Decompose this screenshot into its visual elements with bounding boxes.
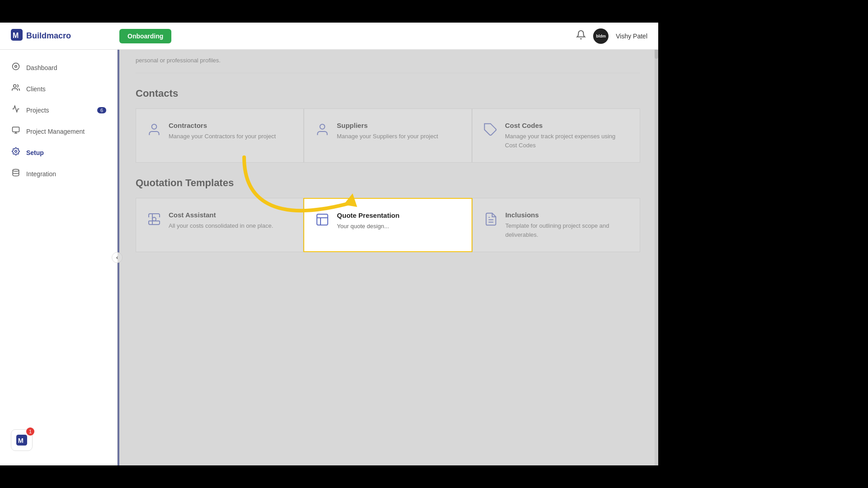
sidebar-label-projects: Projects: [26, 107, 49, 114]
contacts-section-title: Contacts: [136, 88, 640, 99]
sidebar-label-integration: Integration: [26, 170, 56, 178]
cost-codes-card[interactable]: Cost Codes Manage your track project exp…: [472, 108, 640, 163]
suppliers-card[interactable]: Suppliers Manage your Suppliers for your…: [304, 108, 472, 163]
scrollbar[interactable]: [655, 50, 658, 465]
projects-icon: [11, 105, 21, 115]
quote-presentation-title: Quote Presentation: [337, 211, 399, 219]
svg-point-9: [13, 169, 19, 172]
suppliers-desc: Manage your Suppliers for your project: [337, 132, 438, 141]
user-name: Vishy Patel: [616, 33, 647, 40]
cost-codes-desc: Manage your track project expenses using…: [505, 132, 629, 150]
svg-text:M: M: [13, 32, 19, 39]
projects-badge: 6: [97, 107, 106, 113]
notification-badge: 1: [26, 427, 34, 436]
setup-icon: [11, 147, 21, 158]
header: M Buildmacro Onboarding bldm Vishy Patel: [0, 23, 658, 50]
svg-point-3: [15, 66, 17, 68]
suppliers-title: Suppliers: [337, 122, 438, 129]
svg-point-12: [152, 124, 157, 129]
suppliers-content: Suppliers Manage your Suppliers for your…: [337, 122, 438, 141]
scrollbar-thumb[interactable]: [655, 50, 658, 59]
sidebar-item-project-management[interactable]: Project Management: [0, 121, 117, 142]
header-right: bldm Vishy Patel: [576, 28, 647, 44]
sidebar-item-setup[interactable]: Setup: [0, 142, 117, 163]
logo-text: Buildmacro: [26, 31, 71, 41]
onboarding-button[interactable]: Onboarding: [119, 29, 171, 43]
logo-area: M Buildmacro: [11, 29, 110, 43]
logo-icon: M: [11, 29, 23, 43]
sidebar-bottom: M 1: [0, 422, 117, 458]
svg-point-8: [15, 150, 17, 153]
cost-codes-content: Cost Codes Manage your track project exp…: [505, 122, 629, 150]
header-center: Onboarding: [110, 29, 576, 43]
sidebar-item-dashboard[interactable]: Dashboard: [0, 57, 117, 78]
contractors-desc: Manage your Contractors for your project: [169, 132, 276, 141]
cost-assistant-desc: All your costs consolidated in one place…: [169, 221, 273, 230]
quote-presentation-card[interactable]: Quote Presentation Your quote design...: [303, 198, 472, 252]
sidebar-label-clients: Clients: [26, 85, 46, 93]
cost-assistant-content: Cost Assistant All your costs consolidat…: [169, 211, 273, 230]
contractors-icon: [147, 122, 161, 140]
cost-codes-title: Cost Codes: [505, 122, 629, 129]
cost-codes-icon: [483, 122, 498, 140]
sidebar-label-dashboard: Dashboard: [26, 64, 57, 71]
quotation-section-title: Quotation Templates: [136, 177, 640, 189]
dashboard-icon: [11, 62, 21, 73]
svg-rect-16: [317, 214, 328, 225]
inclusions-title: Inclusions: [505, 211, 629, 219]
inclusions-desc: Template for outlining project scope and…: [505, 221, 629, 239]
quote-presentation-content: Quote Presentation Your quote design...: [337, 211, 399, 231]
contractors-title: Contractors: [169, 122, 276, 129]
quotation-section: Quotation Templates Cost Assistant All: [136, 177, 640, 252]
clients-icon: [11, 84, 21, 94]
cost-assistant-card[interactable]: Cost Assistant All your costs consolidat…: [136, 198, 303, 252]
integration-icon: [11, 169, 21, 179]
collapse-button[interactable]: ‹: [112, 252, 123, 263]
cost-assistant-title: Cost Assistant: [169, 211, 273, 219]
avatar: bldm: [593, 28, 609, 44]
project-management-icon: [11, 126, 21, 136]
svg-point-4: [14, 84, 16, 87]
svg-point-13: [320, 124, 325, 129]
svg-point-15: [152, 217, 156, 221]
sidebar-item-clients[interactable]: Clients: [0, 78, 117, 99]
contractors-card[interactable]: Contractors Manage your Contractors for …: [136, 108, 304, 163]
svg-text:M: M: [18, 437, 24, 444]
cost-assistant-icon: [147, 212, 161, 230]
content-area: personal or professional profiles. Conta…: [118, 50, 658, 465]
svg-rect-5: [13, 127, 19, 132]
suppliers-icon: [315, 122, 330, 140]
svg-point-2: [13, 63, 19, 70]
inclusions-content: Inclusions Template for outlining projec…: [505, 211, 629, 239]
truncated-content: personal or professional profiles.: [136, 50, 640, 73]
sidebar: Dashboard Clients: [0, 50, 118, 465]
quote-presentation-icon: [315, 212, 330, 230]
inclusions-card[interactable]: Inclusions Template for outlining projec…: [472, 198, 640, 252]
sidebar-label-pm: Project Management: [26, 128, 85, 135]
sidebar-label-setup: Setup: [26, 149, 44, 156]
sidebar-item-projects[interactable]: Projects 6: [0, 99, 117, 121]
sidebar-item-integration[interactable]: Integration: [0, 163, 117, 184]
contacts-cards-row: Contractors Manage your Contractors for …: [136, 108, 640, 163]
notification-icon[interactable]: [576, 30, 586, 42]
quote-presentation-desc: Your quote design...: [337, 222, 399, 231]
contractors-content: Contractors Manage your Contractors for …: [169, 122, 276, 141]
main-layout: Dashboard Clients: [0, 50, 658, 465]
bottom-app-icon[interactable]: M 1: [11, 429, 33, 451]
quotation-cards-row: Cost Assistant All your costs consolidat…: [136, 198, 640, 252]
inclusions-icon: [484, 212, 498, 230]
